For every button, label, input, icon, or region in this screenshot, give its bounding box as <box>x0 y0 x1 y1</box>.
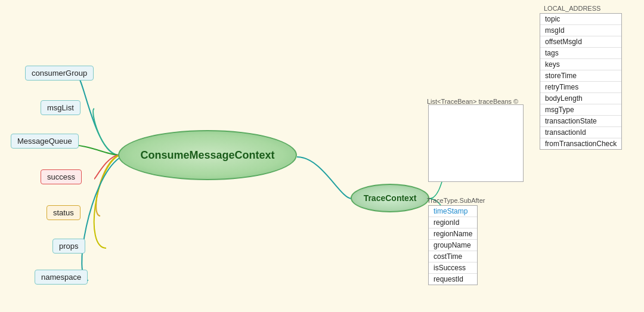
field-storeTime: storeTime <box>540 70 621 82</box>
field-regionName: regionName <box>429 228 477 240</box>
trace-beans-small-items <box>428 104 524 182</box>
field-keys: keys <box>540 59 621 70</box>
local-address-label: LOCAL_ADDRESS <box>544 5 600 12</box>
field-offsetMsgId: offsetMsgId <box>540 36 621 48</box>
trace-type-label: TraceType.SubAfter <box>427 197 485 204</box>
field-regionId: regionId <box>429 217 477 228</box>
trace-beans-list: topic msgId offsetMsgId tags keys storeT… <box>540 13 622 150</box>
field-topic: topic <box>540 14 621 25</box>
consumer-group-label: consumerGroup <box>32 69 87 78</box>
trace-context-items: timeStamp regionId regionName groupName … <box>428 205 478 285</box>
message-queue-node: MessageQueue <box>11 134 79 149</box>
field-bodyLength: bodyLength <box>540 93 621 104</box>
field-fromTransactionCheck: fromTransactionCheck <box>540 138 621 149</box>
field-tags: tags <box>540 48 621 59</box>
center-node-label: ConsumeMessageContext <box>140 149 274 162</box>
trace-beans-small-list <box>428 104 524 182</box>
namespace-node: namespace <box>35 270 88 285</box>
field-isSuccess: isSuccess <box>429 262 477 274</box>
trace-beans-label: List<TraceBean> traceBeans © <box>427 98 518 105</box>
message-queue-label: MessageQueue <box>17 137 72 146</box>
success-label: success <box>47 172 75 181</box>
namespace-label: namespace <box>41 273 81 282</box>
field-groupName: groupName <box>429 240 477 251</box>
field-requestId: requestId <box>429 274 477 285</box>
props-node: props <box>52 239 85 254</box>
success-node: success <box>41 169 82 184</box>
field-transactionState: transactionState <box>540 116 621 127</box>
trace-context-label: TraceContext <box>364 193 417 203</box>
center-node: ConsumeMessageContext <box>118 130 297 180</box>
trace-context-node: TraceContext <box>351 184 429 212</box>
field-msgType: msgType <box>540 104 621 116</box>
trace-beans-items: topic msgId offsetMsgId tags keys storeT… <box>540 13 622 150</box>
field-timeStamp: timeStamp <box>429 206 477 217</box>
props-label: props <box>59 242 79 251</box>
field-transactionId: transactionId <box>540 127 621 138</box>
status-node: status <box>47 205 80 220</box>
field-costTime: costTime <box>429 251 477 262</box>
msg-list-label: msgList <box>47 103 74 112</box>
status-label: status <box>53 208 74 217</box>
msg-list-node: msgList <box>41 100 80 115</box>
field-msgId: msgId <box>540 25 621 36</box>
trace-context-list: timeStamp regionId regionName groupName … <box>428 205 478 285</box>
consumer-group-node: consumerGroup <box>25 66 94 81</box>
field-retryTimes: retryTimes <box>540 82 621 93</box>
